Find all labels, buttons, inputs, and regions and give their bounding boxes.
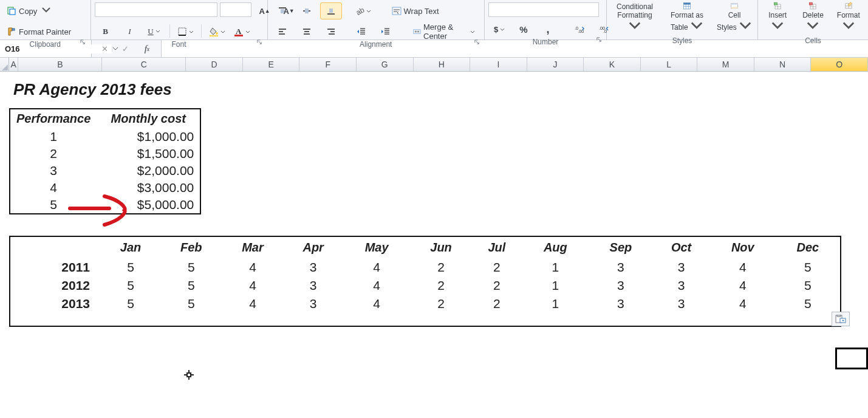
month-value[interactable]: 4	[222, 258, 283, 276]
month-value[interactable]: 4	[710, 295, 776, 326]
month-value[interactable]: 5	[160, 295, 222, 326]
align-bottom-button[interactable]	[320, 2, 342, 19]
month-value[interactable]: 5	[776, 295, 841, 326]
month-value[interactable]: 2	[472, 258, 522, 276]
font-name-combo[interactable]	[95, 2, 217, 17]
column-header-J[interactable]: J	[527, 58, 584, 71]
month-value[interactable]: 3	[284, 258, 343, 276]
font-size-combo[interactable]	[220, 2, 251, 17]
month-value[interactable]: 2	[410, 276, 471, 295]
number-format-combo[interactable]	[488, 2, 599, 17]
percent-button[interactable]: %	[513, 21, 535, 38]
perf-value[interactable]: 4	[10, 179, 97, 196]
perf-value[interactable]: 5	[10, 196, 97, 214]
format-painter-button[interactable]: Format Painter	[4, 23, 74, 40]
month-value[interactable]: 3	[589, 276, 652, 295]
align-right-button[interactable]	[320, 23, 342, 40]
alignment-dialog-launcher[interactable]	[472, 37, 482, 47]
month-value[interactable]: 4	[710, 276, 776, 295]
month-value[interactable]: 2	[410, 258, 471, 276]
month-value[interactable]: 3	[652, 276, 710, 295]
month-value[interactable]: 3	[284, 276, 343, 295]
borders-button[interactable]	[174, 23, 197, 40]
cost-value[interactable]: $1,000.00	[97, 128, 200, 145]
column-header-L[interactable]: L	[641, 58, 698, 71]
column-header-I[interactable]: I	[470, 58, 527, 71]
align-top-button[interactable]	[272, 2, 293, 19]
month-value[interactable]: 3	[652, 295, 710, 326]
copy-button[interactable]: Copy	[4, 2, 54, 19]
select-all-corner[interactable]	[0, 58, 9, 71]
month-value[interactable]: 4	[343, 295, 411, 326]
perf-value[interactable]: 3	[10, 162, 97, 179]
worksheet-area[interactable]: PR Agency 2013 fees Performance Monthly …	[0, 72, 868, 418]
currency-button[interactable]: $	[488, 21, 510, 38]
month-value[interactable]: 4	[222, 295, 283, 326]
column-header-K[interactable]: K	[584, 58, 641, 71]
column-header-B[interactable]: B	[18, 58, 102, 71]
month-value[interactable]: 1	[522, 258, 589, 276]
month-value[interactable]: 5	[101, 258, 160, 276]
underline-button[interactable]: U	[143, 23, 165, 40]
month-value[interactable]: 3	[284, 295, 343, 326]
month-value[interactable]: 1	[522, 295, 589, 326]
cost-value[interactable]: $5,000.00	[97, 196, 200, 214]
decrease-indent-button[interactable]	[350, 23, 372, 40]
clipboard-dialog-launcher[interactable]	[78, 37, 88, 47]
bold-button[interactable]: B	[95, 23, 117, 40]
orientation-button[interactable]: ab	[352, 2, 374, 19]
comma-button[interactable]: ,	[537, 21, 559, 38]
month-value[interactable]: 3	[652, 258, 710, 276]
month-value[interactable]: 4	[222, 276, 283, 295]
month-value[interactable]: 4	[710, 258, 776, 276]
fill-color-button[interactable]	[206, 23, 228, 40]
perf-value[interactable]: 1	[10, 128, 97, 145]
wrap-text-button[interactable]: Wrap Text	[386, 2, 445, 19]
cost-value[interactable]: $3,000.00	[97, 179, 200, 196]
insert-cells-button[interactable]: Insert	[762, 0, 793, 36]
column-header-N[interactable]: N	[754, 58, 812, 71]
format-as-table-button[interactable]: Format asTable	[663, 0, 711, 36]
column-header-H[interactable]: H	[414, 58, 471, 71]
column-header-F[interactable]: F	[299, 58, 357, 71]
month-value[interactable]: 5	[160, 258, 222, 276]
month-value[interactable]: 3	[589, 258, 652, 276]
delete-cells-button[interactable]: Delete	[797, 0, 829, 36]
italic-button[interactable]: I	[119, 23, 141, 40]
column-header-G[interactable]: G	[357, 58, 414, 71]
align-center-button[interactable]	[296, 23, 318, 40]
month-value[interactable]: 2	[410, 295, 471, 326]
format-cells-button[interactable]: Format	[833, 0, 864, 36]
paste-options-button[interactable]	[832, 312, 850, 326]
month-value[interactable]: 5	[160, 276, 222, 295]
month-value[interactable]: 5	[776, 258, 841, 276]
align-middle-button[interactable]	[296, 2, 318, 19]
increase-indent-button[interactable]	[375, 23, 397, 40]
column-header-O[interactable]: O	[811, 58, 868, 71]
font-dialog-launcher[interactable]	[255, 37, 265, 47]
month-value[interactable]: 5	[101, 295, 160, 326]
column-header-M[interactable]: M	[697, 58, 754, 71]
cell-styles-button[interactable]: CellStyles	[715, 0, 754, 36]
column-header-C[interactable]: C	[102, 58, 186, 71]
increase-decimal-button[interactable]: .0.00	[569, 21, 590, 38]
font-color-button[interactable]: A	[231, 23, 253, 40]
month-value[interactable]: 5	[101, 276, 160, 295]
cost-value[interactable]: $1,500.00	[97, 145, 200, 162]
year-label[interactable]: 2013	[10, 295, 101, 326]
month-value[interactable]: 1	[522, 276, 589, 295]
month-value[interactable]: 4	[343, 276, 411, 295]
conditional-formatting-button[interactable]: ConditionalFormatting	[610, 0, 659, 36]
month-value[interactable]: 2	[472, 295, 522, 326]
column-header-E[interactable]: E	[243, 58, 300, 71]
perf-value[interactable]: 2	[10, 145, 97, 162]
month-value[interactable]: 4	[343, 258, 411, 276]
align-left-button[interactable]	[272, 23, 293, 40]
number-dialog-launcher[interactable]	[594, 35, 604, 44]
month-value[interactable]: 2	[472, 276, 522, 295]
column-header-D[interactable]: D	[186, 58, 243, 71]
cost-value[interactable]: $2,000.00	[97, 162, 200, 179]
month-value[interactable]: 5	[776, 276, 841, 295]
month-value[interactable]: 3	[589, 295, 652, 326]
column-header-A[interactable]: A	[9, 58, 18, 71]
